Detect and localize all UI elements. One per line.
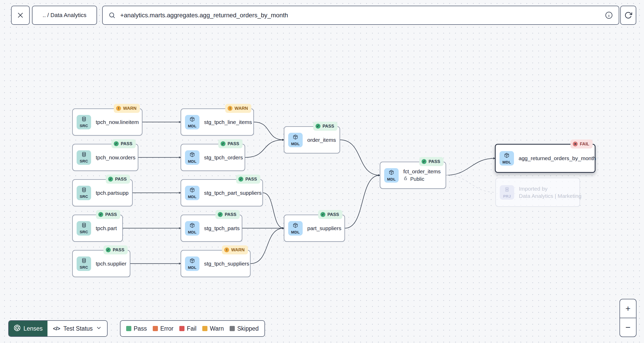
status-badge: ✓PASS [236, 175, 260, 184]
node-type-chip: SRC [77, 256, 91, 271]
status-label: PASS [113, 247, 124, 253]
node-text: stg_tpch_line_items [204, 119, 252, 125]
lineage-edge [254, 122, 284, 140]
node-text: tpch_now.lineitem [96, 119, 139, 125]
status-dot-icon: ✓ [106, 247, 111, 252]
graph-node-src_supplier[interactable]: ✓PASSSRCtpch.supplier [72, 250, 130, 277]
status-dot-icon: ✕ [573, 142, 578, 146]
graph-node-src_lineitem[interactable]: !WARNSRCtpch_now.lineitem [72, 108, 142, 136]
node-text: agg_returned_orders_by_month [519, 155, 596, 161]
legend-swatch [126, 326, 131, 331]
zoom-in-button[interactable]: + [620, 299, 636, 318]
info-icon[interactable] [605, 11, 613, 19]
node-text: tpch_now.orders [96, 154, 135, 161]
node-label: fct_order_items [403, 168, 441, 175]
search-bar [102, 6, 619, 25]
cube-icon [292, 134, 299, 141]
legend-item-pass: Pass [126, 325, 147, 332]
status-badge: ✓PASS [318, 210, 342, 219]
node-type-chip: MDL [500, 151, 514, 166]
graph-node-agg_returned[interactable]: ✕FAILMDLagg_returned_orders_by_month [495, 144, 595, 173]
node-text: stg_tpch_parts [204, 225, 240, 231]
node-type-label: SRC [80, 230, 88, 234]
node-type-chip: SRC [77, 186, 91, 200]
legend-swatch [179, 326, 184, 331]
status-badge: ✓PASS [419, 157, 444, 166]
node-type-label: MDL [502, 160, 511, 164]
zoom-control: + − [619, 299, 637, 337]
legend-item-warn: Warn [202, 325, 224, 332]
graph-node-stg_suppliers[interactable]: !WARNMDLstg_tpch_suppliers [181, 250, 251, 277]
status-dot-icon: ✓ [221, 141, 226, 146]
zoom-out-button[interactable]: − [620, 318, 636, 337]
aperture-icon [14, 324, 21, 333]
status-badge: ✓PASS [313, 122, 337, 131]
graph-node-fct_order_items[interactable]: ✓PASSMDLfct_order_itemsPublic [380, 162, 446, 189]
status-legend: PassErrorFailWarnSkipped [120, 320, 265, 337]
refresh-button[interactable] [620, 6, 636, 25]
lineage-edge [263, 193, 284, 228]
test-status-dropdown[interactable]: </> Test Status [47, 321, 107, 336]
legend-item-skipped: Skipped [230, 325, 259, 332]
search-input[interactable] [120, 11, 601, 19]
node-type-label: SRC [80, 123, 88, 128]
graph-node-src_partsupp[interactable]: ✓PASSSRCtpch.partsupp [72, 179, 133, 206]
node-type-label: MDL [188, 124, 196, 128]
status-badge: !WARN [222, 245, 248, 254]
graph-node-src_part[interactable]: ✓PASSSRCtpch.part [72, 215, 123, 242]
cube-icon [189, 152, 195, 159]
status-dot-icon: ✓ [114, 141, 119, 146]
search-icon [108, 12, 116, 19]
status-label: PASS [225, 212, 236, 217]
graph-node-stg_parts[interactable]: ✓PASSMDLstg_tpch_parts [181, 215, 242, 242]
node-type-label: MDL [188, 159, 196, 163]
node-type-label: MDL [291, 230, 300, 234]
breadcrumb-label: .. / Data Analytics [43, 12, 86, 19]
legend-label: Error [160, 325, 173, 332]
node-text: stg_tpch_suppliers [204, 261, 249, 267]
legend-swatch [153, 326, 158, 331]
node-type-chip: PRJ [500, 185, 514, 200]
node-type-chip: SRC [77, 150, 91, 165]
legend-item-error: Error [153, 325, 173, 332]
node-label: Imported by [519, 186, 581, 192]
test-status-label: Test Status [63, 325, 93, 332]
node-text: tpch.partsupp [96, 190, 128, 196]
refresh-icon [624, 11, 632, 19]
lineage-edge [345, 175, 380, 228]
cube-icon [189, 222, 195, 230]
status-dot-icon: ✓ [218, 212, 223, 217]
node-text: stg_tpch_orders [204, 154, 243, 161]
node-label: order_items [307, 137, 336, 143]
node-label: tpch_now.orders [96, 154, 135, 161]
lineage-edge [446, 158, 495, 175]
lenses-button[interactable]: Lenses [9, 321, 47, 336]
graph-node-order_items[interactable]: ✓PASSMDLorder_items [284, 126, 340, 153]
node-visibility: Public [410, 176, 424, 182]
node-type-chip: MDL [384, 168, 399, 183]
project-icon [504, 186, 510, 194]
node-type-chip: SRC [77, 221, 91, 236]
database-icon [81, 152, 87, 159]
status-badge: ✓PASS [96, 210, 120, 219]
status-label: PASS [228, 141, 239, 146]
node-type-chip: MDL [185, 115, 199, 129]
breadcrumb[interactable]: .. / Data Analytics [32, 6, 97, 25]
graph-node-src_orders[interactable]: ✓PASSSRCtpch_now.orders [72, 144, 138, 171]
code-icon: </> [53, 325, 60, 332]
node-label: stg_tpch_line_items [204, 119, 252, 125]
graph-node-stg_part_suppliers[interactable]: ✓PASSMDLstg_tpch_part_suppliers [181, 179, 263, 206]
node-type-chip: SRC [77, 115, 91, 129]
graph-node-stg_orders[interactable]: ✓PASSMDLstg_tpch_orders [181, 144, 245, 171]
status-badge: !WARN [225, 104, 251, 113]
cube-icon [504, 152, 510, 160]
graph-node-part_suppliers[interactable]: ✓PASSMDLpart_suppliers [284, 215, 345, 242]
cube-icon [189, 116, 195, 123]
status-dot-icon: ✓ [422, 159, 426, 164]
node-type-label: SRC [80, 265, 88, 269]
graph-node-stg_line_items[interactable]: !WARNMDLstg_tpch_line_items [181, 108, 254, 136]
graph-node-prj_import: PRJImported byData Analytics | Marketing [495, 178, 580, 207]
close-button[interactable] [11, 6, 30, 25]
cube-icon [292, 222, 299, 230]
database-icon [81, 187, 87, 194]
